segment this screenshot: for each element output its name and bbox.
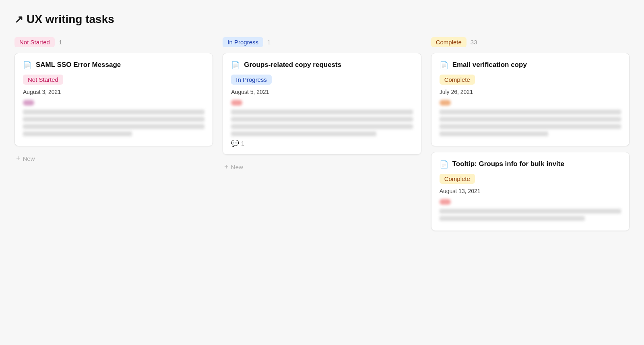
task-card[interactable]: 📄Email verification copyCompleteJuly 26,… — [431, 53, 630, 146]
card-status-badge[interactable]: Not Started — [23, 75, 63, 85]
card-title: Groups-related copy requests — [244, 60, 341, 69]
add-new-button-in-progress[interactable]: +New — [223, 160, 421, 174]
task-card[interactable]: 📄Groups-related copy requestsIn Progress… — [223, 53, 421, 155]
card-title-row: 📄SAML SSO Error Message — [23, 60, 204, 70]
column-count-in-progress: 1 — [267, 39, 270, 46]
column-not-started: Not Started1📄SAML SSO Error MessageNot S… — [14, 37, 213, 165]
column-count-not-started: 1 — [59, 39, 62, 46]
card-avatar — [440, 100, 451, 106]
comment-count-row: 💬1 — [231, 139, 413, 147]
card-status-badge[interactable]: In Progress — [231, 75, 272, 85]
blurred-content — [440, 131, 549, 136]
plus-icon: + — [16, 154, 21, 163]
column-count-complete: 33 — [471, 39, 477, 46]
column-status-badge-not-started[interactable]: Not Started — [14, 37, 55, 47]
task-card[interactable]: 📄SAML SSO Error MessageNot StartedAugust… — [14, 53, 213, 146]
column-header-not-started: Not Started1 — [14, 37, 213, 47]
blurred-content — [23, 110, 204, 114]
column-in-progress: In Progress1📄Groups-related copy request… — [223, 37, 421, 174]
blurred-content — [440, 216, 585, 221]
blurred-content — [23, 124, 204, 129]
card-status-badge[interactable]: Complete — [440, 174, 475, 184]
blurred-content — [440, 110, 621, 114]
card-title-row: 📄Tooltip: Groups info for bulk invite — [440, 160, 621, 169]
blurred-content — [231, 110, 413, 114]
blurred-content — [23, 131, 132, 136]
card-avatar — [23, 100, 34, 106]
blurred-content — [440, 209, 621, 214]
blurred-content — [440, 117, 621, 122]
add-new-button-not-started[interactable]: +New — [14, 152, 213, 165]
document-icon: 📄 — [440, 160, 448, 169]
comment-count: 1 — [241, 140, 244, 147]
card-title: Email verification copy — [452, 60, 527, 69]
document-icon: 📄 — [23, 61, 32, 70]
card-title: SAML SSO Error Message — [36, 60, 121, 69]
card-avatar — [440, 199, 451, 205]
kanban-board: Not Started1📄SAML SSO Error MessageNot S… — [14, 37, 630, 237]
document-icon: 📄 — [440, 61, 448, 70]
arrow-link-icon: ↗ — [14, 13, 23, 26]
column-complete: Complete33📄Email verification copyComple… — [431, 37, 630, 237]
card-title-row: 📄Email verification copy — [440, 60, 621, 70]
page-title: UX writing tasks — [27, 13, 114, 26]
plus-icon: + — [224, 163, 229, 171]
page-header: ↗ UX writing tasks — [14, 13, 630, 26]
document-icon: 📄 — [231, 61, 240, 70]
blurred-content — [23, 117, 204, 122]
card-date: July 26, 2021 — [440, 89, 621, 95]
card-title: Tooltip: Groups info for bulk invite — [452, 160, 564, 168]
comment-icon: 💬 — [231, 139, 239, 147]
card-date: August 3, 2021 — [23, 89, 204, 95]
card-title-row: 📄Groups-related copy requests — [231, 60, 413, 70]
add-new-label: New — [231, 164, 243, 170]
column-header-in-progress: In Progress1 — [223, 37, 421, 47]
column-status-badge-complete[interactable]: Complete — [431, 37, 466, 47]
task-card[interactable]: 📄Tooltip: Groups info for bulk inviteCom… — [431, 152, 630, 231]
blurred-content — [231, 124, 413, 129]
column-status-badge-in-progress[interactable]: In Progress — [223, 37, 263, 47]
blurred-content — [231, 131, 376, 136]
column-header-complete: Complete33 — [431, 37, 630, 47]
card-avatar — [231, 100, 242, 106]
card-status-badge[interactable]: Complete — [440, 75, 475, 85]
card-date: August 5, 2021 — [231, 89, 413, 95]
blurred-content — [440, 124, 621, 129]
blurred-content — [231, 117, 413, 122]
card-date: August 13, 2021 — [440, 188, 621, 194]
add-new-label: New — [23, 155, 35, 162]
